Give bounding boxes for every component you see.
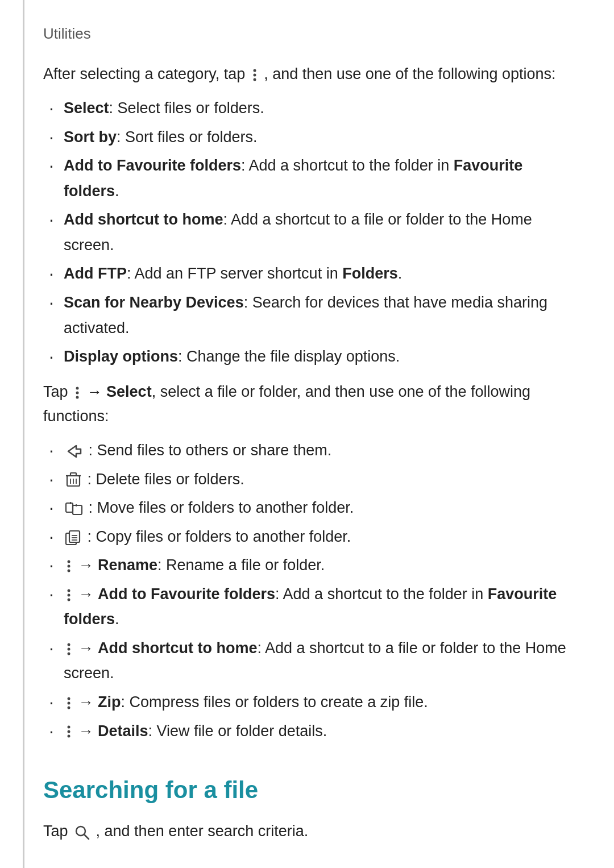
list-item-details: → Details: View file or folder details. [43,719,571,744]
svg-point-23 [68,565,70,568]
move-icon [65,501,83,517]
page-container: Utilities After selecting a category, ta… [0,0,614,868]
svg-point-4 [76,391,79,394]
list-item-delete: : Delete files or folders. [43,467,571,492]
svg-rect-14 [73,505,82,514]
tap-select-paragraph: Tap → Select, select a file or folder, a… [43,380,571,429]
list-item-move: : Move files or folders to another folde… [43,495,571,521]
heading-searching: Searching for a file [43,772,571,808]
functions-bullet-list: : Send files to others or share them. : … [43,438,571,744]
intro-text-post: , and then use one of the following opti… [264,65,555,82]
list-item-zip: → Zip: Compress files or folders to crea… [43,690,571,715]
list-item: Add shortcut to home: Add a shortcut to … [43,207,571,258]
trash-icon [65,471,82,488]
section-label: Utilities [43,23,571,45]
svg-rect-9 [70,473,76,476]
svg-point-2 [253,78,256,81]
svg-point-5 [76,396,79,398]
list-item: Sort by: Sort files or folders. [43,124,571,150]
list-item-share: : Send files to others or share them. [43,438,571,463]
menu-icon-details [65,724,73,739]
list-item: Add FTP: Add an FTP server shortcut in F… [43,261,571,286]
menu-icon-rename [65,559,73,574]
list-item: Display options: Change the file display… [43,344,571,369]
bold-add-fav: Add to Favourite folders [64,157,241,174]
menu-icon-fav [65,588,73,603]
searching-body: Tap , and then enter search criteria. [43,819,571,844]
svg-point-36 [68,735,70,738]
list-item-rename: → Rename: Rename a file or folder. [43,553,571,578]
svg-point-1 [253,73,256,76]
list-item: Add to Favourite folders: Add a shortcut… [43,153,571,203]
bold-select: Select [64,99,109,117]
menu-icon-2 [73,385,81,400]
intro-text-pre: After selecting a category, tap [43,65,245,82]
svg-point-25 [68,589,70,592]
share-icon [65,443,83,459]
svg-point-30 [68,652,70,655]
list-item: Scan for Nearby Devices: Search for devi… [43,290,571,340]
list-item: Select: Select files or folders. [43,95,571,121]
left-border-decoration [23,0,24,868]
list-item-copy: : Copy files or folders to another folde… [43,524,571,550]
search-icon [73,824,90,841]
svg-point-3 [76,387,79,389]
svg-marker-6 [68,446,81,457]
svg-point-27 [68,598,70,601]
svg-point-26 [68,593,70,596]
svg-rect-13 [66,503,73,512]
menu-icon-home [65,642,73,657]
bold-scan: Scan for Nearby Devices [64,294,244,311]
svg-point-34 [68,726,70,729]
svg-point-29 [68,647,70,650]
list-item-add-home: → Add shortcut to home: Add a shortcut t… [43,636,571,686]
svg-point-24 [68,570,70,572]
svg-point-22 [68,560,70,563]
svg-point-32 [68,701,70,704]
bold-add-ftp: Add FTP [64,265,127,282]
svg-point-28 [68,643,70,646]
menu-icon [251,68,259,82]
svg-point-33 [68,706,70,709]
list-item-add-fav: → Add to Favourite folders: Add a shortc… [43,582,571,632]
options-bullet-list: Select: Select files or folders. Sort by… [43,95,571,369]
menu-icon-zip [65,696,73,711]
svg-point-0 [253,69,256,72]
svg-rect-18 [69,531,80,542]
svg-point-31 [68,697,70,700]
bold-sortby: Sort by [64,128,117,146]
intro-paragraph: After selecting a category, tap , and th… [43,62,571,86]
bold-display: Display options [64,348,178,365]
svg-point-35 [68,730,70,733]
copy-icon [65,530,82,546]
bold-add-home: Add shortcut to home [64,211,223,228]
svg-line-38 [84,834,89,839]
